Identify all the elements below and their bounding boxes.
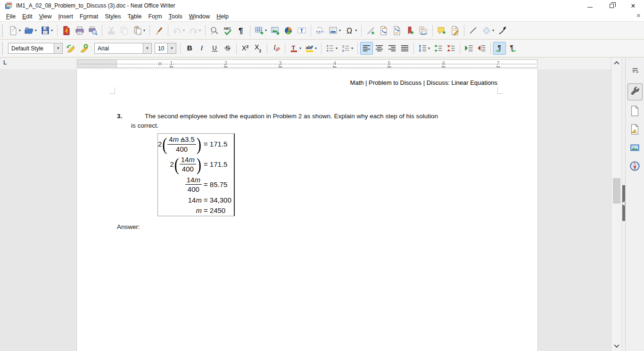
show-draw-functions-button[interactable]: [496, 24, 509, 37]
insert-page-break-button[interactable]: [314, 24, 327, 37]
chevron-down-icon[interactable]: ▼: [167, 43, 176, 53]
properties-deck-button[interactable]: [627, 83, 643, 100]
left-to-right-button[interactable]: ¶: [493, 42, 506, 55]
menu-file[interactable]: File: [3, 12, 19, 21]
insert-special-character-button[interactable]: Ω▾: [343, 24, 359, 37]
export-pdf-button[interactable]: [60, 24, 73, 37]
chevron-down-icon[interactable]: ▼: [54, 43, 62, 53]
insert-hyperlink-button[interactable]: [364, 24, 377, 37]
print-button[interactable]: [73, 24, 86, 37]
increase-indent-button[interactable]: [462, 42, 475, 55]
redo-button[interactable]: ▾: [187, 24, 203, 37]
navigator-deck-button[interactable]: [627, 160, 643, 174]
basic-shapes-button[interactable]: ▾: [480, 24, 496, 37]
dropdown-arrow-icon[interactable]: ▾: [35, 28, 37, 33]
menu-styles[interactable]: Styles: [101, 12, 124, 21]
paragraph-style-combo[interactable]: Default Style ▼: [8, 43, 63, 54]
equation-image-frame[interactable]: 2( 4m Δ3.5400 ) = 171.5 2( 14m400 ) = 17…: [157, 133, 235, 216]
toolbar-grip[interactable]: [2, 24, 5, 37]
dropdown-arrow-icon[interactable]: ▾: [265, 28, 267, 33]
dropdown-arrow-icon[interactable]: ▾: [183, 28, 185, 33]
highlighting-color-button[interactable]: ab▾: [303, 42, 319, 55]
menu-edit[interactable]: Edit: [19, 12, 36, 21]
menu-insert[interactable]: Insert: [55, 12, 76, 21]
italic-button[interactable]: I: [196, 42, 208, 55]
unordered-list-button[interactable]: ▾: [324, 42, 339, 55]
ordered-list-button[interactable]: 12▾: [339, 42, 355, 55]
menu-view[interactable]: View: [36, 12, 55, 21]
new-style-button[interactable]: [77, 42, 91, 55]
page-deck-button[interactable]: [627, 105, 643, 119]
align-left-button[interactable]: [360, 42, 373, 55]
track-changes-button[interactable]: [448, 24, 462, 37]
document-close-button[interactable]: ✕: [636, 13, 641, 19]
dropdown-arrow-icon[interactable]: ▾: [339, 28, 341, 33]
document-page[interactable]: Math | Problem to Discuss | Discuss: Lin…: [77, 69, 537, 351]
copy-button[interactable]: [118, 24, 131, 37]
dropdown-arrow-icon[interactable]: ▾: [19, 28, 21, 33]
close-button[interactable]: ✕: [622, 0, 644, 11]
bold-button[interactable]: B: [183, 42, 196, 55]
insert-comment-button[interactable]: [435, 24, 448, 37]
cut-button[interactable]: [105, 24, 118, 37]
chevron-down-icon[interactable]: ▼: [143, 43, 151, 53]
decrease-indent-button[interactable]: [475, 42, 488, 55]
insert-table-button[interactable]: ▾: [253, 24, 269, 37]
dropdown-arrow-icon[interactable]: ▾: [143, 28, 145, 33]
vertical-scrollbar[interactable]: [611, 57, 621, 351]
gallery-deck-button[interactable]: [627, 141, 643, 155]
minimize-button[interactable]: [579, 0, 601, 11]
insert-text-box-button[interactable]: T: [295, 24, 308, 37]
insert-footnote-button[interactable]: [377, 24, 390, 37]
align-right-button[interactable]: [386, 42, 398, 55]
tab-stop-type-button[interactable]: L: [3, 60, 9, 66]
clone-formatting-button[interactable]: [152, 24, 165, 37]
insert-line-button[interactable]: [467, 24, 480, 37]
menu-table[interactable]: Table: [124, 12, 145, 21]
restore-button[interactable]: [601, 0, 622, 11]
insert-field-button[interactable]: ▾: [327, 24, 343, 37]
dropdown-arrow-icon[interactable]: ▾: [199, 28, 201, 33]
dropdown-arrow-icon[interactable]: ▾: [351, 46, 353, 50]
right-to-left-button[interactable]: ¶: [506, 42, 519, 55]
font-color-button[interactable]: T▾: [288, 42, 303, 55]
increase-paragraph-spacing-button[interactable]: [432, 42, 445, 55]
toolbar-grip[interactable]: [2, 42, 5, 55]
align-center-button[interactable]: [373, 42, 386, 55]
font-size-combo[interactable]: 10 ▼: [155, 43, 176, 54]
sidebar-splitter[interactable]: [621, 57, 625, 351]
menu-form[interactable]: Form: [145, 12, 165, 21]
scroll-down-button[interactable]: [611, 342, 621, 350]
font-name-combo[interactable]: Arial ▼: [94, 43, 152, 54]
scrollbar-thumb[interactable]: [613, 178, 620, 204]
superscript-button[interactable]: X2: [239, 42, 252, 55]
insert-chart-button[interactable]: [282, 24, 295, 37]
menu-tools[interactable]: Tools: [165, 12, 186, 21]
dropdown-arrow-icon[interactable]: ▾: [315, 46, 317, 50]
menu-help[interactable]: Help: [213, 12, 232, 21]
dropdown-arrow-icon[interactable]: ▾: [492, 28, 494, 33]
scroll-up-button[interactable]: [611, 59, 621, 67]
spelling-button[interactable]: ABC: [221, 24, 234, 37]
new-document-button[interactable]: ▾: [7, 24, 23, 37]
dropdown-arrow-icon[interactable]: ▾: [428, 46, 430, 50]
undo-button[interactable]: ▾: [171, 24, 187, 37]
subscript-button[interactable]: X2: [252, 42, 264, 55]
sidebar-hide-grip[interactable]: [622, 185, 625, 221]
dropdown-arrow-icon[interactable]: ▾: [299, 46, 301, 50]
justified-button[interactable]: [398, 42, 411, 55]
styles-deck-button[interactable]: [627, 123, 643, 137]
formatting-marks-button[interactable]: ¶: [234, 24, 248, 37]
menu-window[interactable]: Window: [186, 12, 213, 21]
decrease-paragraph-spacing-button[interactable]: [445, 42, 457, 55]
print-preview-button[interactable]: [86, 24, 99, 37]
sidebar-settings-button[interactable]: [627, 64, 643, 78]
paste-button[interactable]: ▾: [131, 24, 147, 37]
dropdown-arrow-icon[interactable]: ▾: [51, 28, 53, 33]
insert-image-button[interactable]: [269, 24, 282, 37]
insert-cross-reference-button[interactable]: [417, 24, 430, 37]
update-style-button[interactable]: [64, 42, 77, 55]
insert-endnote-button[interactable]: [390, 24, 404, 37]
find-and-replace-button[interactable]: [208, 24, 221, 37]
strikethrough-button[interactable]: S: [221, 42, 234, 55]
